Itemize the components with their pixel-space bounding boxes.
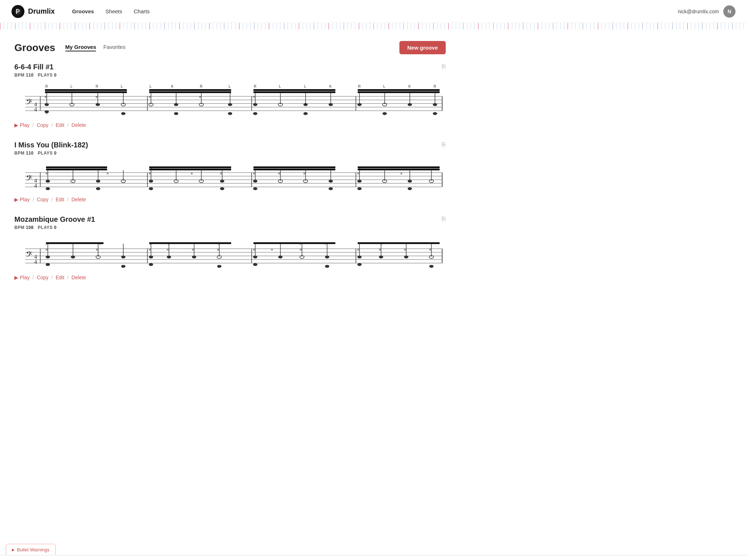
svg-point-183 — [46, 256, 50, 258]
svg-point-86 — [382, 112, 387, 115]
svg-point-82 — [357, 103, 362, 106]
svg-text:×: × — [253, 247, 255, 252]
svg-point-186 — [121, 256, 125, 258]
nav-link-charts[interactable]: Charts — [134, 8, 150, 14]
share-icon-1[interactable]: ⎘ — [442, 63, 446, 70]
svg-point-84 — [408, 103, 412, 106]
play-button-2[interactable]: ▶ Play — [14, 197, 29, 202]
edit-button-2[interactable]: Edit — [56, 197, 64, 202]
delete-button-2[interactable]: Delete — [72, 197, 86, 202]
svg-text:𝄢: 𝄢 — [26, 174, 32, 185]
svg-rect-77 — [358, 91, 440, 93]
groove-actions-3: ▶ Play / Copy / Edit / Delete — [14, 275, 446, 280]
groove-header-3: Mozambique Groove #1 ⎘ — [14, 215, 446, 224]
groove-meta-2: BPM 110 PLAYS 0 — [14, 151, 446, 156]
svg-point-67 — [303, 103, 308, 106]
groove-actions-2: ▶ Play / Copy / Edit / Delete — [14, 197, 446, 202]
svg-text:×: × — [95, 95, 98, 100]
groove-section-2: I Miss You (Blink-182) ⎘ BPM 110 PLAYS 0… — [14, 141, 446, 202]
svg-point-69 — [253, 112, 257, 115]
notation-svg-3: 𝄢 4 4 > > × × — [14, 234, 446, 270]
share-icon-3[interactable]: ⎘ — [442, 215, 446, 223]
svg-text:L: L — [150, 84, 152, 88]
svg-point-109 — [46, 180, 50, 183]
copy-button-1[interactable]: Copy — [37, 122, 49, 128]
svg-rect-207 — [253, 242, 335, 244]
svg-text:R: R — [434, 84, 436, 88]
delete-button-1[interactable]: Delete — [72, 122, 86, 128]
svg-text:×: × — [299, 247, 302, 252]
svg-text:×: × — [148, 95, 151, 100]
tab-favorites[interactable]: Favorites — [103, 44, 125, 51]
svg-text:4: 4 — [34, 183, 37, 189]
svg-point-50 — [228, 103, 232, 106]
svg-text:×: × — [199, 95, 201, 100]
user-email: nick@drumlix.com — [678, 9, 719, 14]
svg-point-237 — [357, 263, 362, 266]
svg-point-202 — [167, 256, 171, 258]
groove-title-2: I Miss You (Blink-182) — [14, 141, 88, 149]
nav-link-grooves[interactable]: Grooves — [72, 8, 94, 14]
svg-text:×: × — [278, 171, 280, 176]
svg-rect-131 — [253, 166, 335, 168]
svg-text:4: 4 — [34, 259, 37, 265]
avatar[interactable]: N — [723, 5, 735, 18]
svg-point-157 — [408, 180, 412, 183]
svg-text:×: × — [220, 171, 222, 176]
svg-point-113 — [46, 187, 50, 190]
svg-text:×: × — [357, 171, 359, 176]
svg-text:×: × — [106, 171, 109, 176]
svg-point-188 — [121, 265, 125, 268]
play-button-1[interactable]: ▶ Play — [14, 122, 29, 128]
groove-title-1: 6-6-4 Fill #1 — [14, 63, 54, 71]
svg-text:K: K — [408, 84, 411, 88]
tab-my-grooves[interactable]: My Grooves — [65, 44, 96, 51]
svg-point-159 — [357, 187, 362, 190]
svg-point-221 — [253, 263, 257, 266]
groove-meta-3: BPM 108 PLAYS 0 — [14, 225, 446, 230]
svg-point-205 — [149, 263, 153, 266]
svg-point-235 — [404, 256, 408, 258]
svg-text:×: × — [253, 171, 255, 176]
page-title-area: Grooves My Grooves Favorites — [14, 42, 125, 54]
svg-rect-132 — [253, 169, 335, 170]
svg-point-0 — [15, 8, 21, 14]
groove-meta-1: BPM 110 PLAYS 0 — [14, 73, 446, 78]
svg-rect-59 — [253, 91, 335, 93]
edit-button-1[interactable]: Edit — [56, 122, 64, 128]
svg-text:×: × — [429, 247, 431, 252]
page-title: Grooves — [14, 42, 55, 54]
svg-point-222 — [325, 265, 329, 268]
svg-point-233 — [357, 256, 362, 258]
copy-button-2[interactable]: Copy — [37, 197, 49, 202]
nav-links: Grooves Sheets Charts — [72, 8, 678, 14]
play-button-3[interactable]: ▶ Play — [14, 275, 29, 280]
svg-text:𝄢: 𝄢 — [26, 97, 32, 109]
svg-point-28 — [96, 103, 100, 106]
svg-text:×: × — [44, 95, 47, 100]
svg-point-140 — [253, 180, 257, 183]
page-tabs: My Grooves Favorites — [65, 44, 126, 51]
nav-link-sheets[interactable]: Sheets — [105, 8, 122, 14]
notation-svg-1: 𝄢 4 4 R L R L > > — [14, 82, 446, 118]
svg-rect-58 — [253, 89, 335, 91]
svg-point-87 — [433, 112, 437, 115]
svg-point-85 — [433, 103, 437, 106]
svg-rect-148 — [358, 169, 440, 170]
svg-text:L: L — [279, 84, 281, 88]
delete-button-3[interactable]: Delete — [72, 275, 86, 280]
logo-area: Drumlix — [12, 5, 55, 18]
svg-point-128 — [220, 180, 224, 183]
svg-text:×: × — [45, 247, 48, 252]
svg-point-206 — [217, 265, 221, 268]
svg-point-51 — [174, 112, 178, 115]
new-groove-button[interactable]: New groove — [399, 41, 446, 54]
svg-point-187 — [46, 263, 50, 266]
svg-point-155 — [357, 180, 362, 183]
copy-button-3[interactable]: Copy — [37, 275, 49, 280]
svg-text:×: × — [357, 247, 359, 252]
share-icon-2[interactable]: ⎘ — [442, 141, 446, 148]
svg-point-68 — [329, 103, 333, 106]
svg-rect-147 — [358, 166, 440, 168]
edit-button-3[interactable]: Edit — [56, 275, 64, 280]
